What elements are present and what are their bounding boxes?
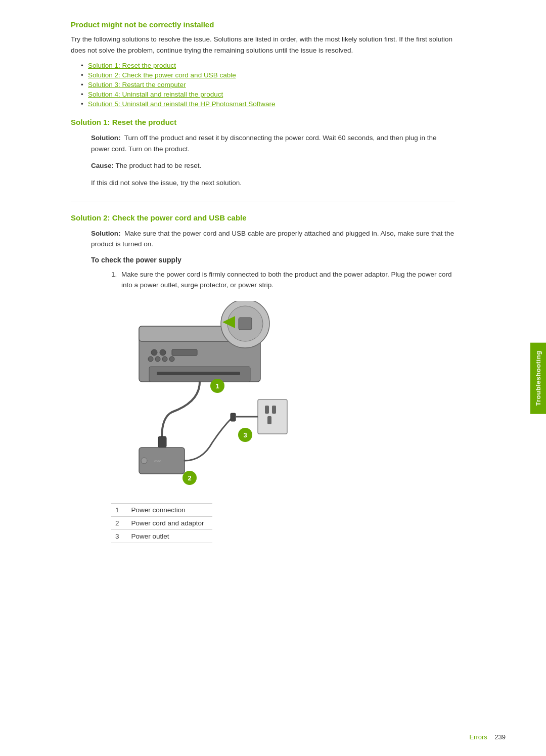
solution1-label: Solution: bbox=[91, 134, 120, 142]
svg-text:∞∞: ∞∞ bbox=[154, 458, 161, 464]
troubleshooting-tab[interactable]: Troubleshooting bbox=[530, 342, 546, 414]
svg-text:1: 1 bbox=[215, 382, 219, 390]
legend-label: Power outlet bbox=[127, 529, 212, 543]
section-divider bbox=[71, 201, 455, 201]
svg-rect-21 bbox=[265, 406, 269, 414]
legend-label: Power connection bbox=[127, 503, 212, 516]
svg-point-11 bbox=[221, 301, 269, 348]
legend-table: 1 Power connection 2 Power cord and adap… bbox=[111, 503, 212, 543]
svg-point-10 bbox=[169, 357, 174, 362]
svg-rect-2 bbox=[149, 367, 250, 382]
svg-rect-16 bbox=[139, 448, 185, 474]
step1-number: 1. bbox=[111, 269, 117, 280]
solution2-heading: Solution 2: Check the power cord and USB… bbox=[71, 213, 455, 222]
svg-rect-6 bbox=[172, 349, 197, 355]
cause1-body: The product had to be reset. bbox=[116, 162, 202, 169]
svg-point-28 bbox=[238, 428, 252, 442]
legend-num: 3 bbox=[111, 529, 127, 543]
solution4-link[interactable]: Solution 4: Uninstall and reinstall the … bbox=[88, 91, 223, 98]
page-footer: Errors 239 bbox=[469, 733, 506, 741]
svg-rect-13 bbox=[239, 318, 252, 330]
solution5-link[interactable]: Solution 5: Uninstall and reinstall the … bbox=[88, 100, 275, 108]
legend-row: 3 Power outlet bbox=[111, 529, 212, 543]
svg-rect-1 bbox=[139, 326, 260, 341]
legend-row: 1 Power connection bbox=[111, 503, 212, 516]
solution2-label: Solution: bbox=[91, 230, 120, 237]
power-diagram: ∞∞ 1 bbox=[111, 301, 324, 493]
svg-point-17 bbox=[141, 458, 147, 464]
power-supply-heading: To check the power supply bbox=[91, 256, 455, 264]
legend-row: 2 Power cord and adaptor bbox=[111, 516, 212, 529]
svg-rect-15 bbox=[158, 436, 166, 448]
list-item[interactable]: Solution 2: Check the power cord and USB… bbox=[81, 71, 455, 79]
svg-rect-23 bbox=[267, 416, 271, 424]
legend-num: 2 bbox=[111, 516, 127, 529]
steps-list: 1. Make sure the power cord is firmly co… bbox=[111, 269, 455, 291]
svg-text:2: 2 bbox=[188, 474, 191, 482]
svg-point-26 bbox=[183, 471, 197, 485]
solution1-heading: Solution 1: Reset the product bbox=[71, 118, 455, 126]
svg-text:3: 3 bbox=[243, 431, 247, 439]
list-item[interactable]: Solution 4: Uninstall and reinstall the … bbox=[81, 91, 455, 98]
svg-point-24 bbox=[210, 379, 224, 393]
page-number: 239 bbox=[494, 733, 506, 741]
svg-rect-0 bbox=[139, 326, 260, 382]
solution2-link[interactable]: Solution 2: Check the power cord and USB… bbox=[88, 71, 236, 79]
footer-section: Errors bbox=[469, 733, 487, 741]
list-item[interactable]: Solution 1: Reset the product bbox=[81, 62, 455, 69]
solution2-text: Solution: Make sure that the power cord … bbox=[91, 228, 455, 250]
svg-point-7 bbox=[148, 357, 153, 362]
svg-point-4 bbox=[151, 349, 157, 355]
svg-marker-14 bbox=[222, 316, 235, 328]
svg-rect-3 bbox=[157, 372, 240, 375]
legend-label: Power cord and adaptor bbox=[127, 516, 212, 529]
list-item[interactable]: Solution 5: Uninstall and reinstall the … bbox=[81, 100, 455, 108]
svg-point-8 bbox=[155, 357, 160, 362]
cause1-text: Cause: The product had to be reset. bbox=[91, 160, 455, 171]
solutions-list: Solution 1: Reset the product Solution 2… bbox=[81, 62, 455, 108]
cause1-label: Cause: bbox=[91, 162, 114, 169]
solution1-text: Solution: Turn off the product and reset… bbox=[91, 132, 455, 154]
legend-num: 1 bbox=[111, 503, 127, 516]
product-heading: Product might not be correctly installed bbox=[71, 20, 455, 29]
svg-rect-20 bbox=[258, 399, 287, 434]
solution2-body: Make sure that the power cord and USB ca… bbox=[91, 230, 454, 248]
if-not-solved: If this did not solve the issue, try the… bbox=[91, 177, 455, 189]
svg-rect-22 bbox=[272, 406, 276, 414]
step1-text: Make sure the power cord is firmly conne… bbox=[121, 271, 452, 289]
svg-point-9 bbox=[162, 357, 167, 362]
svg-rect-19 bbox=[231, 413, 236, 421]
svg-point-12 bbox=[228, 306, 263, 341]
intro-text: Try the following solutions to resolve t… bbox=[71, 34, 455, 56]
solution1-body: Turn off the product and reset it by dis… bbox=[91, 134, 437, 153]
step1: 1. Make sure the power cord is firmly co… bbox=[111, 269, 455, 291]
solution1-link[interactable]: Solution 1: Reset the product bbox=[88, 62, 176, 69]
list-item[interactable]: Solution 3: Restart the computer bbox=[81, 81, 455, 88]
solution3-link[interactable]: Solution 3: Restart the computer bbox=[88, 81, 186, 88]
svg-point-5 bbox=[160, 349, 166, 355]
